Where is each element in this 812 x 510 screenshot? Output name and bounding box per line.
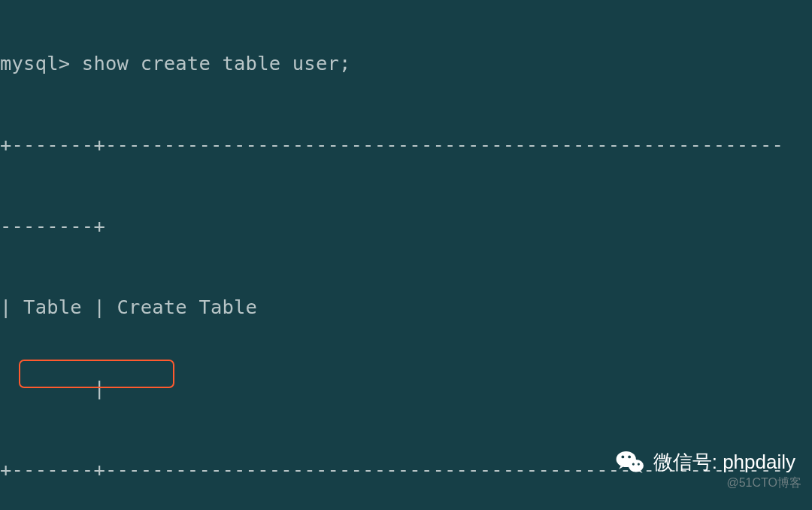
terminal-line: --------+ (0, 212, 812, 239)
svg-point-3 (629, 460, 644, 472)
terminal-output: mysql> show create table user; +-------+… (0, 0, 812, 510)
terminal-line: +-------+-------------------------------… (0, 131, 812, 158)
watermark-text: @51CTO博客 (726, 469, 801, 496)
svg-point-1 (621, 456, 624, 459)
terminal-line: | (0, 375, 812, 402)
terminal-line: mysql> show create table user; (0, 50, 812, 77)
svg-point-5 (637, 463, 639, 465)
svg-point-4 (632, 463, 634, 465)
wechat-icon (614, 446, 646, 478)
terminal-line: | Table | Create Table (0, 293, 812, 320)
svg-point-2 (628, 456, 631, 459)
